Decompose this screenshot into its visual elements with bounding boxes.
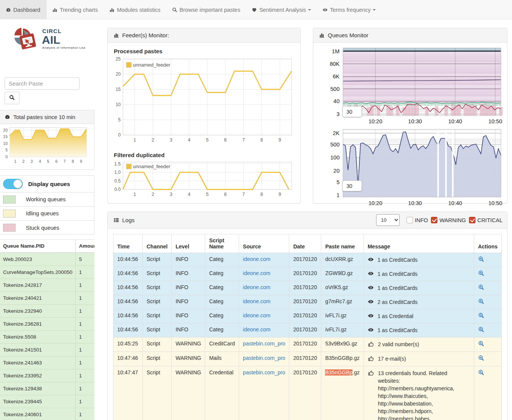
legend-row-idling-queues: Idling queues: [0, 207, 94, 221]
svg-text:5: 5: [206, 137, 209, 143]
svg-text:2: 2: [22, 159, 25, 164]
logs-col-channel: Channel: [143, 234, 172, 253]
svg-text:4: 4: [39, 159, 41, 164]
source-link[interactable]: ideone.com: [243, 284, 270, 290]
svg-text:6K: 6K: [333, 73, 340, 80]
search-plus-icon[interactable]: [478, 270, 484, 276]
chart-legend: unnamed_feeder: [126, 164, 170, 169]
nav-item-trending-charts[interactable]: Trending charts: [46, 0, 104, 19]
feeder-monitor-title: Feeder(s) Monitor:: [122, 32, 169, 38]
page-size-select[interactable]: 10: [376, 214, 400, 226]
queue-row: Tokenize.2362811: [0, 318, 94, 331]
search-paste-input[interactable]: [5, 77, 80, 90]
queue-name: Tokenize.5508: [0, 331, 76, 344]
svg-text:2K: 2K: [333, 130, 340, 136]
log-row: 10:45:25ScriptWARNINGCreditCardpastebin.…: [113, 337, 502, 352]
filter-info[interactable]: INFO: [407, 217, 428, 223]
eye-icon: [368, 285, 374, 292]
log-source: ideone.com: [239, 253, 289, 267]
nav-item-terms-frequency[interactable]: Terms frequency: [317, 0, 381, 19]
svg-text:10: 10: [3, 141, 8, 146]
queue-row: Tokenize.2339521: [0, 369, 94, 382]
nav-item-modules-statistics[interactable]: Modules statistics: [104, 0, 166, 19]
queues-monitor-heading: Queues Monitor: [313, 28, 507, 43]
source-link[interactable]: ideone.com: [243, 298, 270, 304]
filter-critical[interactable]: CRITICAL: [469, 217, 502, 223]
source-link[interactable]: pastebin.com_pro: [243, 355, 285, 361]
bar-chart-icon: [52, 7, 57, 13]
source-link[interactable]: pastebin.com_pro: [243, 369, 285, 375]
caret-down-icon: [308, 9, 311, 11]
log-source: ideone.com: [239, 295, 289, 309]
log-row: 10:44:56ScriptINFOCategideone.com2017012…: [113, 323, 502, 337]
svg-text:0.5: 0.5: [114, 178, 121, 184]
log-time: 10:44:56: [113, 281, 143, 295]
total-pastes-panel: Total pastes since 10 min 05101520123456…: [0, 110, 94, 170]
search-plus-icon[interactable]: [478, 256, 484, 262]
log-paste-name: B35nGGBp.gz: [321, 352, 364, 366]
svg-text:5: 5: [118, 117, 121, 123]
search-plus-icon[interactable]: [478, 340, 484, 347]
checkbox-info[interactable]: [407, 217, 413, 223]
source-link[interactable]: ideone.com: [243, 326, 270, 332]
log-row: 10:44:56ScriptINFOCategideone.com2017012…: [113, 281, 502, 295]
queue-name: Tokenize.241463: [0, 356, 76, 369]
search-plus-icon[interactable]: [478, 284, 484, 290]
source-link[interactable]: ideone.com: [243, 270, 270, 276]
queues-bottom-chart: 15201005002K10:2010:3010:4010:50: [318, 127, 502, 209]
filter-warning[interactable]: WARNING: [431, 217, 466, 223]
source-link[interactable]: pastebin.com_pro: [243, 340, 285, 347]
checkbox-warning[interactable]: [431, 217, 437, 223]
search-plus-icon[interactable]: [478, 312, 484, 318]
queue-amount: 1: [76, 305, 94, 318]
interval-input-top[interactable]: [342, 106, 362, 117]
queue-amount: 1: [76, 369, 94, 382]
queue-name: Tokenize.233952: [0, 369, 76, 382]
queue-row: CurveManageTopSets.2000501: [0, 266, 94, 279]
nav-item-browse-important-pastes[interactable]: Browse important pastes: [166, 0, 246, 19]
display-queues-row: Display queues: [0, 176, 94, 192]
logs-col-time: Time: [113, 234, 143, 253]
thumbs-up-icon: [368, 341, 374, 348]
log-source: ideone.com: [239, 267, 289, 281]
queue-name: Tokenize.241501: [0, 344, 76, 356]
log-script-name: Categ: [205, 323, 239, 337]
checkbox-critical[interactable]: [469, 217, 475, 223]
log-level: WARNING: [172, 352, 205, 366]
source-link[interactable]: ideone.com: [243, 312, 270, 318]
log-message: 1 as CreditCards: [378, 270, 418, 278]
svg-text:6: 6: [224, 192, 227, 197]
log-message: 2 valid number(s): [378, 340, 419, 348]
interval-input-bottom[interactable]: [342, 180, 362, 191]
search-plus-icon[interactable]: [478, 369, 484, 375]
logo-tagline-text: Analysis of Information Leaks: [42, 46, 85, 49]
display-queues-toggle[interactable]: [3, 179, 23, 189]
log-paste-name: ZGW9lD.gz: [321, 267, 364, 281]
log-paste-name: B35nGGBp.gz: [321, 366, 364, 420]
nav-item-sentiment-analysis[interactable]: Sentiment Analysis: [246, 0, 317, 19]
source-link[interactable]: ideone.com: [243, 256, 270, 262]
log-script-name: Categ: [205, 295, 239, 309]
search-plus-icon[interactable]: [478, 298, 484, 304]
total-pastes-chart: 05101520123456789: [0, 124, 94, 168]
queue-name: Tokenize.240421: [0, 292, 76, 305]
nav-item-dashboard[interactable]: Dashboard: [0, 0, 46, 19]
logs-controls: 10 INFOWARNINGCRITICAL: [376, 214, 502, 226]
queue-row: Tokenize.2415011: [0, 344, 94, 356]
queue-name: Tokenize.129438: [0, 382, 76, 395]
log-date: 20170120: [289, 352, 321, 366]
search-plus-icon[interactable]: [478, 355, 484, 361]
search-plus-icon[interactable]: [478, 326, 484, 332]
svg-text:10:40: 10:40: [448, 118, 462, 124]
search-button[interactable]: [5, 92, 19, 104]
log-time: 10:44:56: [113, 267, 143, 281]
log-channel: Script: [143, 352, 172, 366]
svg-text:8: 8: [260, 192, 263, 197]
top-navbar: DashboardTrending chartsModules statisti…: [0, 0, 512, 19]
svg-text:15: 15: [116, 87, 121, 92]
log-time: 10:44:56: [113, 253, 143, 267]
svg-text:7: 7: [242, 137, 245, 143]
svg-text:0: 0: [118, 132, 121, 138]
queue-amount: 1: [76, 318, 94, 331]
svg-text:10:40: 10:40: [448, 200, 462, 206]
